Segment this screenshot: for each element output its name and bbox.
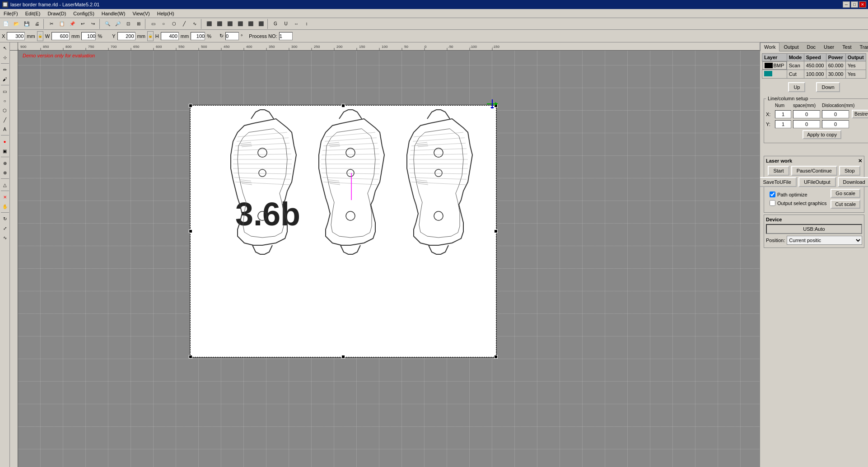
stop-button[interactable]: Stop <box>839 166 860 176</box>
position-select[interactable]: Current positic <box>787 236 862 245</box>
lt-ellipse-tool[interactable]: ○ <box>0 96 9 105</box>
transform-arrows[interactable] <box>487 99 500 108</box>
w-pct-input[interactable] <box>81 32 96 40</box>
pause-button[interactable]: Pause/Continue <box>791 166 837 176</box>
tab-doc[interactable]: Doc <box>803 42 820 51</box>
paste-button[interactable]: 📌 <box>67 19 77 29</box>
tab-test[interactable]: Test <box>838 42 855 51</box>
poly-tool[interactable]: ⬡ <box>169 19 179 29</box>
tab-transform[interactable]: Transform <box>855 42 868 51</box>
lcs-y-disloc[interactable] <box>822 120 849 128</box>
lt-tri-tool[interactable]: △ <box>0 180 9 189</box>
down-button[interactable]: Down <box>816 82 840 92</box>
lcs-y-space[interactable] <box>793 120 820 128</box>
lt-color-tool[interactable]: ● <box>0 137 9 146</box>
lt-user2[interactable]: ⊗ <box>0 168 9 177</box>
tab-user[interactable]: User <box>820 42 838 51</box>
align-right-button[interactable]: ⬛ <box>225 19 235 29</box>
lt-fill-tool[interactable]: ▣ <box>0 146 9 155</box>
lt-bezier2-tool[interactable]: ∿ <box>0 233 9 242</box>
mirror-v-button[interactable]: ↕ <box>302 19 312 29</box>
ungroup-button[interactable]: U <box>281 19 291 29</box>
copy-button[interactable]: 📋 <box>57 19 67 29</box>
menu-handle[interactable]: Handle(W) <box>98 10 129 17</box>
group-button[interactable]: G <box>271 19 280 29</box>
pencil-tool[interactable]: ✏ <box>0 65 9 74</box>
h-pct-input[interactable] <box>191 32 205 40</box>
rotate-input[interactable] <box>225 32 239 40</box>
align-mid-button[interactable]: ⬛ <box>246 19 256 29</box>
apply-copy-button[interactable]: Apply to copy <box>803 130 841 139</box>
menu-view[interactable]: View(V) <box>129 10 153 17</box>
svg-text:50: 50 <box>404 45 408 49</box>
save-button[interactable]: 💾 <box>22 19 32 29</box>
open-button[interactable]: 📂 <box>11 19 21 29</box>
zoom-sel-button[interactable]: ⊞ <box>134 19 144 29</box>
up-button[interactable]: Up <box>788 82 805 92</box>
zoom-in-button[interactable]: 🔍 <box>103 19 112 29</box>
layer-row-cut[interactable]: Cut 100.000 30.000 Yes <box>762 70 866 79</box>
lcs-x-space[interactable] <box>793 110 820 118</box>
undo-button[interactable]: ↩ <box>78 19 88 29</box>
new-button[interactable]: 📄 <box>1 19 11 29</box>
tab-work[interactable]: Work <box>760 42 779 51</box>
line-tool[interactable]: ╱ <box>179 19 189 29</box>
circle-tool[interactable]: ○ <box>159 19 168 29</box>
go-scale-button[interactable]: Go scale <box>831 189 860 198</box>
rect-tool[interactable]: ▭ <box>148 19 158 29</box>
lt-rotate-tool[interactable]: ↻ <box>0 214 9 223</box>
process-input[interactable] <box>279 32 293 40</box>
start-button[interactable]: Start <box>768 166 789 176</box>
h-input[interactable] <box>161 32 179 40</box>
lt-cross-tool[interactable]: ✕ <box>0 192 9 201</box>
menu-file[interactable]: File(F) <box>0 10 22 17</box>
lt-line-tool[interactable]: ╱ <box>0 115 9 124</box>
y-input[interactable] <box>117 32 135 40</box>
x-input[interactable] <box>7 32 25 40</box>
close-button[interactable]: ✕ <box>859 1 866 8</box>
layer-row-bmp[interactable]: BMP Scan 450.000 60.000 Yes <box>762 61 866 70</box>
node-tool[interactable]: ⊹ <box>0 53 9 62</box>
save-to-ufile-button[interactable]: SaveToUFile <box>760 177 797 187</box>
menu-draw[interactable]: Draw(D) <box>44 10 70 17</box>
ufile-output-button[interactable]: UFileOutput <box>798 177 836 187</box>
lt-text-tool[interactable]: A <box>0 125 9 134</box>
brush-tool[interactable]: 🖌 <box>0 75 9 84</box>
canvas-area[interactable]: 900 850 800 750 700 650 600 550 <box>10 42 760 467</box>
lock-icon[interactable]: 🔒 <box>37 31 43 41</box>
zoom-fit-button[interactable]: ⊡ <box>123 19 133 29</box>
bezier-tool[interactable]: ∿ <box>190 19 200 29</box>
minimize-button[interactable]: ─ <box>843 1 850 8</box>
lt-poly-tool[interactable]: ⬡ <box>0 106 9 115</box>
bestrew-button[interactable]: Bestrew... <box>852 110 868 118</box>
lt-rect-tool[interactable]: ▭ <box>0 87 9 96</box>
print-button[interactable]: 🖨 <box>32 19 42 29</box>
download-button[interactable]: Download <box>838 177 868 187</box>
align-top-button[interactable]: ⬛ <box>235 19 245 29</box>
canvas-content[interactable]: Demo version only for evaluation 3.6b <box>18 51 760 467</box>
zoom-out-button[interactable]: 🔎 <box>113 19 123 29</box>
menu-help[interactable]: Help(H) <box>154 10 178 17</box>
select-tool[interactable]: ↖ <box>0 43 9 52</box>
lock2-icon[interactable]: 🔒 <box>147 31 154 41</box>
tab-output[interactable]: Output <box>779 42 803 51</box>
redo-button[interactable]: ↪ <box>88 19 98 29</box>
align-bottom-button[interactable]: ⬛ <box>256 19 266 29</box>
cut-button[interactable]: ✂ <box>47 19 56 29</box>
lt-user1[interactable]: ⊕ <box>0 159 9 168</box>
w-input[interactable] <box>51 32 70 40</box>
lcs-x-num[interactable] <box>775 110 791 118</box>
align-center-button[interactable]: ⬛ <box>215 19 224 29</box>
maximize-button[interactable]: □ <box>851 1 858 8</box>
lcs-x-disloc[interactable] <box>822 110 849 118</box>
lt-scale-tool[interactable]: ⤢ <box>0 224 9 233</box>
menu-edit[interactable]: Edit(E) <box>22 10 44 17</box>
mirror-h-button[interactable]: ↔ <box>291 19 301 29</box>
menu-config[interactable]: Config(S) <box>70 10 98 17</box>
output-select-checkbox[interactable] <box>770 200 775 206</box>
align-left-button[interactable]: ⬛ <box>204 19 214 29</box>
lcs-y-num[interactable] <box>775 120 791 128</box>
cut-scale-button[interactable]: Cut scale <box>831 200 860 209</box>
path-optimize-checkbox[interactable] <box>770 191 775 197</box>
lt-move-tool[interactable]: ✋ <box>0 202 9 211</box>
